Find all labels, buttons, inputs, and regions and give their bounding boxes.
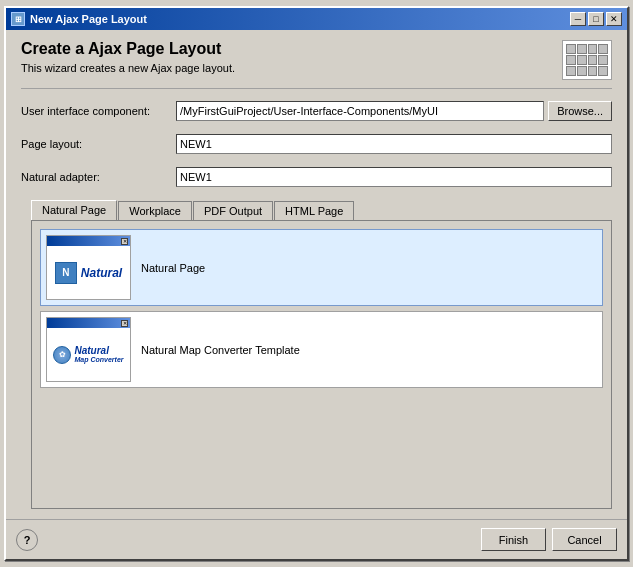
window-icon: ⊞: [11, 12, 25, 26]
finish-button[interactable]: Finish: [481, 528, 546, 551]
tab-workplace[interactable]: Workplace: [118, 201, 192, 220]
page-layout-input[interactable]: [176, 134, 612, 154]
ui-component-input[interactable]: [176, 101, 544, 121]
tab-content: ✕ N Natural Natural Page: [31, 220, 612, 509]
footer-buttons: Finish Cancel: [481, 528, 617, 551]
page-description: This wizard creates a new Ajax page layo…: [21, 62, 235, 74]
content-area: Create a Ajax Page Layout This wizard cr…: [6, 30, 627, 519]
tab-html-page[interactable]: HTML Page: [274, 201, 354, 220]
help-button[interactable]: ?: [16, 529, 38, 551]
tab-natural-page[interactable]: Natural Page: [31, 200, 117, 220]
page-layout-label: Page layout:: [21, 138, 176, 150]
tab-pdf-output[interactable]: PDF Output: [193, 201, 273, 220]
natural-adapter-label: Natural adapter:: [21, 171, 176, 183]
template-thumb-natural-page: ✕ N Natural: [46, 235, 131, 300]
footer: ? Finish Cancel: [6, 519, 627, 559]
map-converter-subtext: Map Converter: [74, 356, 123, 364]
cancel-button[interactable]: Cancel: [552, 528, 617, 551]
map-converter-icon: ✿: [53, 346, 71, 364]
title-buttons: ─ □ ✕: [570, 12, 622, 26]
template-item-natural-page[interactable]: ✕ N Natural Natural Page: [40, 229, 603, 306]
natural-adapter-input[interactable]: [176, 167, 612, 187]
title-bar: ⊞ New Ajax Page Layout ─ □ ✕: [6, 8, 627, 30]
page-title: Create a Ajax Page Layout: [21, 40, 235, 58]
wizard-icon: [562, 40, 612, 80]
maximize-button[interactable]: □: [588, 12, 604, 26]
ui-component-row: User interface component: Browse...: [21, 101, 612, 121]
main-window: ⊞ New Ajax Page Layout ─ □ ✕ Create a Aj…: [4, 6, 629, 561]
tabs-container: Natural Page Workplace PDF Output HTML P…: [31, 200, 612, 509]
page-layout-row: Page layout:: [21, 134, 612, 154]
tabs-header: Natural Page Workplace PDF Output HTML P…: [31, 200, 612, 220]
close-button[interactable]: ✕: [606, 12, 622, 26]
template-name-natural-page: Natural Page: [141, 262, 205, 274]
template-name-map-converter: Natural Map Converter Template: [141, 344, 300, 356]
header-section: Create a Ajax Page Layout This wizard cr…: [21, 40, 612, 89]
window-title: New Ajax Page Layout: [30, 13, 147, 25]
natural-logo-icon: N: [55, 262, 77, 284]
ui-component-label: User interface component:: [21, 105, 176, 117]
template-item-map-converter[interactable]: ✕ ✿ Natural Map Converter: [40, 311, 603, 388]
natural-logo-text: Natural: [81, 266, 122, 280]
browse-button[interactable]: Browse...: [548, 101, 612, 121]
minimize-button[interactable]: ─: [570, 12, 586, 26]
natural-adapter-row: Natural adapter:: [21, 167, 612, 187]
template-thumb-map-converter: ✕ ✿ Natural Map Converter: [46, 317, 131, 382]
map-converter-name: Natural: [74, 345, 123, 356]
